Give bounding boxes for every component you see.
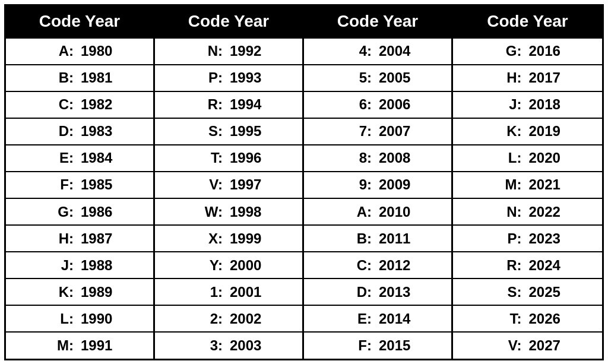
column-rows-0: A:1980B:1981C:1982D:1983E:1984F:1985G:19… (6, 39, 153, 359)
table-row: P:1993 (155, 65, 302, 92)
column-rows-3: G:2016H:2017J:2018K:2019L:2020M:2021N:20… (453, 39, 602, 359)
table-row: S:2025 (453, 279, 602, 306)
column-header-1: Code Year (155, 6, 302, 39)
code-cell: L: (489, 150, 522, 166)
year-cell: 2003 (223, 337, 267, 354)
table-row: K:2019 (453, 119, 602, 145)
code-cell: E: (41, 150, 74, 166)
table-row: L:2020 (453, 145, 602, 172)
table-row: M:2021 (453, 172, 602, 199)
year-cell: 2025 (522, 284, 566, 300)
year-cell: 2021 (522, 176, 566, 193)
year-cell: 1984 (74, 150, 118, 166)
code-cell: V: (489, 337, 522, 354)
table-row: J:1988 (6, 252, 153, 279)
column-header-0: Code Year (6, 6, 153, 39)
table-row: 7:2007 (304, 119, 451, 145)
code-cell: B: (41, 69, 74, 86)
year-cell: 1980 (74, 43, 118, 59)
code-cell: A: (41, 43, 74, 59)
table-row: T:1996 (155, 145, 302, 172)
year-cell: 2020 (522, 150, 566, 166)
year-cell: 1987 (74, 230, 118, 247)
code-cell: X: (190, 230, 223, 247)
year-cell: 1988 (74, 257, 118, 274)
code-cell: C: (339, 257, 372, 274)
table-row: 4:2004 (304, 39, 451, 65)
code-cell: R: (489, 257, 522, 274)
table-row: 9:2009 (304, 172, 451, 199)
code-cell: G: (489, 43, 522, 59)
table-row: K:1989 (6, 279, 153, 306)
table-row: A:1980 (6, 39, 153, 65)
code-cell: R: (190, 96, 223, 113)
year-cell: 2015 (372, 337, 416, 354)
code-cell: F: (339, 337, 372, 354)
year-cell: 2018 (522, 96, 566, 113)
table-row: V:1997 (155, 172, 302, 199)
code-cell: W: (190, 204, 223, 220)
table-row: 5:2005 (304, 65, 451, 92)
year-cell: 2017 (522, 69, 566, 86)
year-cell: 2022 (522, 204, 566, 220)
table-row: S:1995 (155, 119, 302, 145)
code-cell: 5: (339, 69, 372, 86)
year-cell: 2001 (223, 284, 267, 300)
code-cell: P: (489, 230, 522, 247)
table-row: N:1992 (155, 39, 302, 65)
code-cell: G: (41, 204, 74, 220)
year-cell: 2000 (223, 257, 267, 274)
code-cell: V: (190, 176, 223, 193)
table-row: N:2022 (453, 199, 602, 226)
table-row: 3:2003 (155, 333, 302, 358)
table-row: D:1983 (6, 119, 153, 145)
table-row: 1:2001 (155, 279, 302, 306)
code-cell: 2: (190, 311, 223, 327)
code-cell: M: (41, 337, 74, 354)
table-row: R:2024 (453, 252, 602, 279)
column-header-2: Code Year (304, 6, 451, 39)
code-cell: P: (190, 69, 223, 86)
code-cell: B: (339, 230, 372, 247)
table-row: E:2014 (304, 306, 451, 333)
table-row: P:2023 (453, 226, 602, 252)
code-cell: 9: (339, 176, 372, 193)
column-header-3: Code Year (453, 6, 602, 39)
column-rows-1: N:1992P:1993R:1994S:1995T:1996V:1997W:19… (155, 39, 302, 359)
table-row: L:1990 (6, 306, 153, 333)
table-row: J:2018 (453, 92, 602, 119)
column-rows-2: 4:20045:20056:20067:20078:20089:2009A:20… (304, 39, 451, 359)
table-row: T:2026 (453, 306, 602, 333)
table-row: H:2017 (453, 65, 602, 92)
code-cell: Y: (190, 257, 223, 274)
year-cell: 1985 (74, 176, 118, 193)
column-0: Code YearA:1980B:1981C:1982D:1983E:1984F… (6, 6, 155, 359)
table-row: F:2015 (304, 333, 451, 358)
table-row: 6:2006 (304, 92, 451, 119)
code-cell: 7: (339, 123, 372, 140)
code-cell: L: (41, 311, 74, 327)
year-cell: 1996 (223, 150, 267, 166)
code-cell: F: (41, 176, 74, 193)
code-cell: S: (489, 284, 522, 300)
year-cell: 2012 (372, 257, 416, 274)
table-row: F:1985 (6, 172, 153, 199)
code-cell: S: (190, 123, 223, 140)
table-row: B:1981 (6, 65, 153, 92)
year-cell: 1994 (223, 96, 267, 113)
year-cell: 2008 (372, 150, 416, 166)
code-year-table: Code YearA:1980B:1981C:1982D:1983E:1984F… (4, 4, 604, 360)
code-cell: J: (41, 257, 74, 274)
year-cell: 1986 (74, 204, 118, 220)
year-cell: 1991 (74, 337, 118, 354)
table-row: C:2012 (304, 252, 451, 279)
year-cell: 2023 (522, 230, 566, 247)
table-row: E:1984 (6, 145, 153, 172)
table-row: X:1999 (155, 226, 302, 252)
year-cell: 2010 (372, 204, 416, 220)
code-cell: K: (41, 284, 74, 300)
code-cell: A: (339, 204, 372, 220)
code-cell: 4: (339, 43, 372, 59)
code-cell: T: (190, 150, 223, 166)
table-row: 8:2008 (304, 145, 451, 172)
